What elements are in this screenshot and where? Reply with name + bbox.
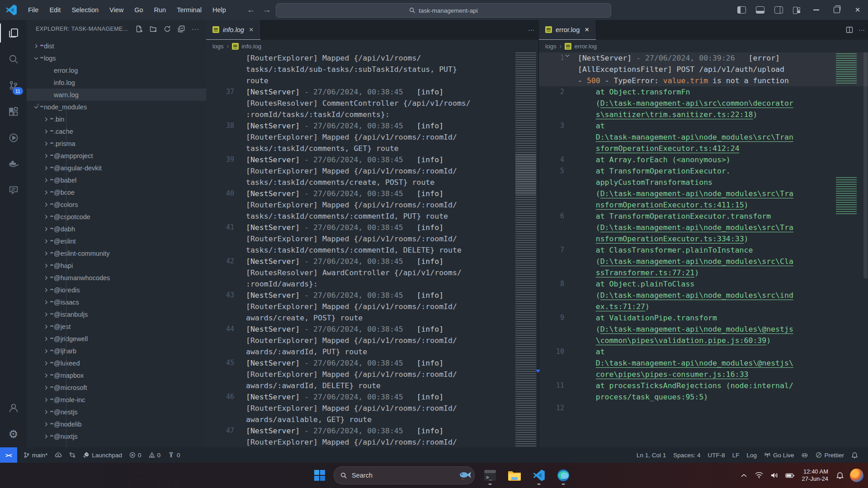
code-line[interactable]: (D:\task-management-api\node_modules\@ne… (539, 324, 868, 335)
code-line[interactable]: [RoutesResolver] AwardController {/api/v… (206, 267, 538, 278)
taskbar-app-file-explorer[interactable] (505, 465, 524, 486)
code-line[interactable]: 5 at TransformOperationExecutor. (539, 165, 868, 177)
code-line[interactable]: awards/create, POST} route (206, 312, 538, 324)
code-line[interactable]: 38[NestServer] - 27/06/2024, 00:38:45 [i… (206, 120, 538, 131)
tree-item--nodelib[interactable]: @nodelib (27, 418, 206, 430)
code-line[interactable]: awards/:awardId, PUT} route (206, 346, 538, 357)
customize-layout-icon[interactable] (793, 7, 801, 13)
tree-item--ampproject[interactable]: @ampproject (27, 150, 206, 162)
tree-item--isaacs[interactable]: @isaacs (27, 296, 206, 308)
code-line[interactable]: [RouterExplorer] Mapped {/api/v1/rooms/:… (206, 335, 538, 346)
code-line[interactable]: 2 at Object.transformFn (539, 86, 868, 98)
status-go-live[interactable]: Go Live (760, 447, 798, 463)
code-line[interactable]: D:\task-management-api\node_modules\@nes… (539, 357, 868, 369)
tree-item--cspotcode[interactable]: @cspotcode (27, 211, 206, 223)
code-line[interactable]: tasks/:taskId/comments/:commentId, DELET… (206, 244, 538, 256)
tree-item-info-log[interactable]: info.log (27, 76, 206, 89)
code-line[interactable]: D:\task-management-api\node_modules\src\… (539, 131, 868, 143)
menu-help[interactable]: Help (208, 4, 231, 16)
code-line[interactable]: [RouterExplorer] Mapped {/api/v1/rooms/:… (206, 199, 538, 211)
more-actions-icon[interactable]: ··· (859, 26, 865, 33)
status-problems-warnings[interactable]: 0 (145, 447, 165, 463)
tree-item--mole-inc[interactable]: @mole-inc (27, 394, 206, 406)
code-line[interactable]: core\pipes\pipes-consumer.js:16:33 (539, 369, 868, 380)
minimize-button[interactable] (806, 0, 826, 20)
split-editor-icon[interactable] (846, 26, 853, 33)
more-actions-icon[interactable]: ··· (528, 26, 534, 33)
tree-item-node-modules[interactable]: node_modules (27, 101, 206, 113)
status-compare-changes[interactable] (66, 447, 79, 463)
status-encoding[interactable]: UTF-8 (704, 447, 728, 463)
code-line[interactable]: process/task_queues:95:5) (539, 391, 868, 403)
toggle-panel-icon[interactable] (756, 6, 764, 14)
editor-content-error[interactable]: 1[NestServer] - 27/06/2024, 00:39:26 [er… (539, 52, 868, 447)
volume-icon[interactable] (769, 472, 780, 479)
code-line[interactable]: [RouterExplorer] Mapped {/api/v1/rooms/:… (206, 369, 538, 380)
scrollbar[interactable] (863, 52, 868, 278)
settings-gear-icon[interactable]: ⚙ (0, 421, 27, 447)
code-line[interactable]: s\sanitizer\trim.sanitizer.ts:22:18) (539, 109, 868, 120)
activitybar-item-remote-explorer[interactable] (0, 177, 27, 203)
back-icon[interactable]: ← (247, 5, 255, 15)
menu-file[interactable]: File (24, 4, 43, 16)
status-git-branch[interactable]: main* (20, 447, 52, 463)
code-line[interactable]: 7 at ClassTransformer.plainToInstance (539, 244, 868, 256)
close-button[interactable]: ✕ (847, 0, 868, 20)
tree-item--hapi[interactable]: @hapi (27, 259, 206, 272)
tray-clock[interactable]: 12:40 AM 27-Jun-24 (802, 468, 828, 483)
code-line[interactable]: 42[NestServer] - 27/06/2024, 00:38:45 [i… (206, 256, 538, 267)
menu-terminal[interactable]: Terminal (172, 4, 206, 16)
tab-info-log[interactable]: info.log × (206, 20, 261, 40)
menu-go[interactable]: Go (130, 4, 147, 16)
code-line[interactable]: (D:\task-management-api\node_modules\src… (539, 222, 868, 233)
code-line[interactable]: - 500 - TypeError: value.trim is not a f… (539, 75, 868, 86)
status-launchpad[interactable]: Launchpad (79, 447, 126, 463)
code-line[interactable]: route (206, 75, 538, 86)
tree-item--colors[interactable]: @colors (27, 198, 206, 211)
code-line[interactable]: 44[NestServer] - 27/06/2024, 00:38:45 [i… (206, 324, 538, 335)
tree-item--humanwhocodes[interactable]: @humanwhocodes (27, 272, 206, 284)
code-line[interactable]: ssTransformer.ts:77:21) (539, 267, 868, 278)
menu-view[interactable]: View (105, 4, 128, 16)
code-line[interactable]: [RouterExplorer] Mapped {/api/v1/rooms/:… (206, 403, 538, 414)
status-language-mode[interactable]: Log (743, 447, 760, 463)
tree-item--angular-devkit[interactable]: @angular-devkit (27, 162, 206, 174)
taskbar-search[interactable]: Search (334, 466, 475, 484)
code-line[interactable]: :roomId/tasks/:taskId/comments}: (206, 109, 538, 120)
tree-item--jridgewell[interactable]: @jridgewell (27, 333, 206, 345)
code-line[interactable]: [AllExceptionsFilter] POST /api/v1/auth/… (539, 64, 868, 75)
minimap-slider[interactable] (515, 154, 536, 195)
code-line[interactable]: [RouterExplorer] Mapped {/api/v1/rooms/ (206, 52, 538, 64)
status-cursor-position[interactable]: Ln 1, Col 1 (633, 447, 670, 463)
tree-item--nestjs[interactable]: @nestjs (27, 406, 206, 418)
code-line[interactable]: [RouterExplorer] Mapped {/api/v1/rooms/:… (206, 301, 538, 312)
code-line[interactable]: (D:\task-management-api\src\common\decor… (539, 98, 868, 109)
activitybar-item-extensions[interactable] (0, 99, 27, 125)
more-icon[interactable]: ··· (190, 24, 200, 34)
status-copilot[interactable] (797, 447, 812, 463)
tree-item-warn-log[interactable]: warn.log (27, 89, 206, 101)
activitybar-item-run-debug[interactable] (0, 125, 27, 151)
new-file-icon[interactable] (134, 24, 144, 34)
tree-item--jest[interactable]: @jest (27, 320, 206, 333)
status-ports[interactable]: 0 (164, 447, 184, 463)
battery-icon[interactable] (784, 473, 795, 478)
forward-icon[interactable]: → (263, 5, 271, 15)
refresh-icon[interactable] (162, 24, 172, 34)
toggle-sidebar-icon[interactable] (737, 6, 746, 14)
tree-item-error-log[interactable]: error.log (27, 64, 206, 76)
code-line[interactable]: tasks/:taskId/comments/:commentId, PUT} … (206, 211, 538, 222)
editor-content-info[interactable]: [RouterExplorer] Mapped {/api/v1/rooms/t… (206, 52, 538, 447)
restore-button[interactable] (826, 0, 847, 20)
code-line[interactable]: nsformOperationExecutor.ts:411:15) (539, 199, 868, 211)
status-notifications[interactable] (848, 447, 862, 463)
activitybar-item-explorer[interactable] (0, 20, 27, 46)
code-line[interactable]: 4 at Array.forEach (<anonymous>) (539, 154, 868, 165)
minimap[interactable] (515, 52, 536, 447)
code-line[interactable]: applyCustomTransformations (539, 177, 868, 188)
code-line[interactable]: tasks/:taskId/comments/create, POST} rou… (206, 177, 538, 188)
breadcrumb-folder[interactable]: logs (545, 43, 557, 50)
code-line[interactable]: (D:\task-management-api\node_modules\src… (539, 256, 868, 267)
tree-item--ljharb[interactable]: @ljharb (27, 345, 206, 357)
toggle-secondary-sidebar-icon[interactable] (774, 6, 783, 14)
